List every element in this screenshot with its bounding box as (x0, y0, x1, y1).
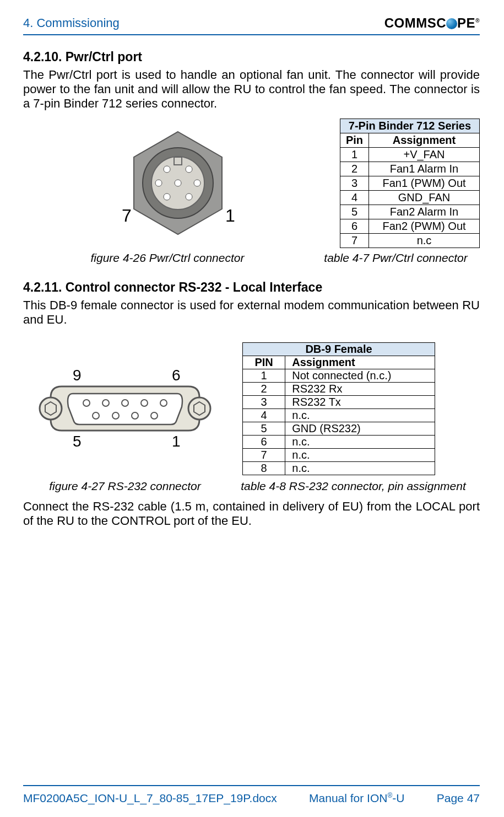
cell: 5 (340, 205, 368, 219)
cell: n.c. (285, 461, 435, 475)
brand-logo: COMMSCPE® (384, 15, 480, 31)
cell: 8 (243, 461, 285, 475)
table-b-caption: table 4-8 RS-232 connector, pin assignme… (227, 480, 480, 493)
brand-text-2: PE (457, 15, 475, 30)
pwr-ctrl-connector-figure: 7 1 (23, 119, 333, 248)
figure-a-caption: figure 4-26 Pwr/Ctrl connector (23, 251, 312, 265)
svg-point-23 (151, 412, 158, 419)
svg-point-11 (40, 397, 62, 420)
cell: 5 (243, 422, 285, 435)
svg-point-6 (155, 180, 162, 186)
registered-icon: ® (475, 18, 480, 24)
pwr-ctrl-pin-table: 7-Pin Binder 712 Series Pin Assignment 1… (340, 119, 480, 248)
cell: Fan1 (PWM) Out (369, 176, 480, 190)
cell: GND (RS232) (285, 422, 435, 435)
cell: Fan2 (PWM) Out (369, 219, 480, 233)
db9-connector-icon: 9 6 5 1 (34, 367, 216, 450)
table-row: 3Fan1 (PWM) Out (340, 176, 479, 190)
pin-label-1b: 1 (172, 433, 181, 450)
table-row: 4n.c. (243, 409, 435, 422)
cell: Not connected (n.c.) (285, 369, 435, 382)
cell: 1 (340, 147, 368, 162)
cell: n.c. (285, 448, 435, 461)
table-row: 1+V_FAN (340, 147, 479, 162)
table-row: 7n.c (340, 233, 479, 248)
cell: 3 (340, 176, 368, 190)
cell: 7 (340, 233, 368, 248)
table-row: 5GND (RS232) (243, 422, 435, 435)
table-row: 5Fan2 Alarm In (340, 205, 479, 219)
cell: RS232 Rx (285, 382, 435, 395)
table-a-title: 7-Pin Binder 712 Series (340, 119, 479, 133)
svg-point-21 (112, 412, 119, 419)
pin-label-1: 1 (225, 206, 235, 225)
chapter-title: 4. Commissioning (23, 16, 120, 30)
cell: 2 (243, 382, 285, 395)
pin-label-9: 9 (73, 367, 82, 384)
pin-label-5: 5 (73, 433, 82, 450)
svg-point-5 (186, 166, 192, 173)
footer-manual-post: -U (392, 792, 404, 804)
svg-point-16 (102, 400, 109, 406)
table-row: 6n.c. (243, 435, 435, 448)
table-a-head-pin: Pin (340, 133, 368, 147)
table-a-head-assignment: Assignment (369, 133, 480, 147)
section-b-title: 4.2.11. Control connector RS-232 - Local… (23, 280, 480, 295)
table-row: 6Fan2 (PWM) Out (340, 219, 479, 233)
cell: Fan1 Alarm In (369, 162, 480, 176)
svg-point-10 (186, 194, 192, 200)
svg-point-4 (164, 166, 170, 173)
table-row: 4GND_FAN (340, 190, 479, 205)
table-row: 2RS232 Rx (243, 382, 435, 395)
footer-manual-pre: Manual for ION (309, 792, 387, 804)
footer-page: Page 47 (437, 792, 480, 805)
section-a-paragraph: The Pwr/Ctrl port is used to handle an o… (23, 68, 480, 111)
figure-b-caption: figure 4-27 RS-232 connector (23, 480, 227, 493)
cell: 1 (243, 369, 285, 382)
cell: n.c (369, 233, 480, 248)
cell: n.c. (285, 409, 435, 422)
brand-text-1: COMMSC (384, 15, 446, 30)
svg-point-7 (175, 180, 181, 186)
cell: GND_FAN (369, 190, 480, 205)
section-b-paragraph: This DB-9 female connector is used for e… (23, 298, 480, 327)
pin-label-6: 6 (172, 367, 181, 384)
footer-filename: MF0200A5C_ION-U_L_7_80-85_17EP_19P.docx (23, 792, 277, 805)
table-b-head-assignment: Assignment (285, 356, 435, 369)
table-a-caption: table 4-7 Pwr/Ctrl connector (312, 251, 480, 265)
cell: 4 (243, 409, 285, 422)
section-b-closing: Connect the RS-232 cable (1.5 m, contain… (23, 499, 480, 528)
registered-icon: ® (387, 792, 392, 799)
table-row: 2Fan1 Alarm In (340, 162, 479, 176)
table-row: 1Not connected (n.c.) (243, 369, 435, 382)
svg-point-19 (160, 400, 167, 406)
header-rule (23, 34, 480, 35)
svg-point-18 (141, 400, 148, 406)
cell: 7 (243, 448, 285, 461)
svg-point-8 (194, 180, 200, 186)
db9-connector-figure: 9 6 5 1 (23, 367, 227, 450)
table-row: 3RS232 Tx (243, 395, 435, 409)
svg-point-17 (122, 400, 128, 406)
cell: RS232 Tx (285, 395, 435, 409)
svg-point-12 (188, 397, 210, 420)
footer-manual: Manual for ION®-U (309, 792, 404, 805)
cell: 4 (340, 190, 368, 205)
footer-rule (23, 785, 480, 786)
binder-connector-icon: 7 1 (101, 125, 255, 241)
cell: 6 (340, 219, 368, 233)
cell: Fan2 Alarm In (369, 205, 480, 219)
svg-point-20 (93, 412, 99, 419)
cell: n.c. (285, 435, 435, 448)
pin-label-7: 7 (122, 206, 132, 225)
table-b-head-pin: PIN (243, 356, 285, 369)
svg-rect-3 (174, 157, 182, 165)
cell: 2 (340, 162, 368, 176)
cell: 6 (243, 435, 285, 448)
globe-icon (446, 18, 457, 29)
table-row: 8n.c. (243, 461, 435, 475)
cell: 3 (243, 395, 285, 409)
table-b-title: DB-9 Female (243, 342, 435, 356)
cell: +V_FAN (369, 147, 480, 162)
svg-point-15 (83, 400, 90, 406)
